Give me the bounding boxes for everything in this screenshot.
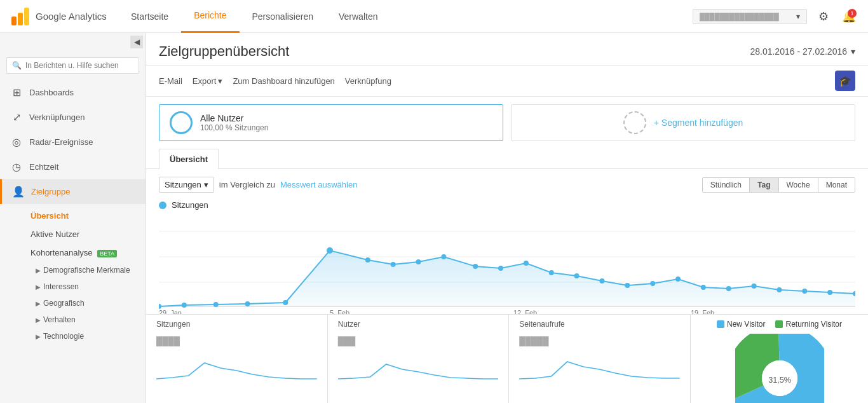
- add-segment-label: + Segment hinzufügen: [654, 118, 743, 128]
- sidebar-sub-verhalten[interactable]: ▶ Verhalten: [0, 311, 146, 328]
- email-button[interactable]: E-Mail: [159, 74, 182, 88]
- sidebar-sub-technologie[interactable]: ▶ Technologie: [0, 328, 146, 345]
- svg-point-18: [473, 264, 478, 269]
- svg-text:5. Feb.: 5. Feb.: [330, 309, 351, 314]
- legend-dot-sitzungen: [159, 202, 166, 209]
- search-icon: 🔍: [12, 61, 22, 70]
- date-range-chevron-icon: ▾: [851, 46, 855, 57]
- search-input[interactable]: [25, 61, 133, 70]
- sidebar-sub-section: Übersicht Aktive Nutzer Kohortenanalyse …: [0, 204, 146, 347]
- date-range-picker[interactable]: 28.01.2016 - 27.02.2016 ▾: [750, 46, 855, 57]
- stat-value-sitzungen: ████: [156, 331, 317, 348]
- sidebar-item-radar[interactable]: ◎ Radar-Ereignisse: [0, 130, 146, 154]
- svg-point-19: [498, 266, 503, 271]
- pie-chart-area: New Visitor Returning Visitor: [690, 315, 868, 403]
- sidebar-collapse-button[interactable]: ◀: [130, 36, 143, 48]
- new-visitor-label: New Visitor: [727, 320, 765, 329]
- verknuepfung-button[interactable]: Verknüpfung: [345, 74, 391, 88]
- arrow-icon: ▶: [36, 267, 41, 274]
- stat-label-nutzer: Nutzer: [338, 320, 499, 329]
- sidebar-sub-geografisch[interactable]: ▶ Geografisch: [0, 295, 146, 311]
- svg-point-14: [365, 257, 370, 263]
- arrow-icon: ▶: [36, 333, 41, 340]
- app-title: Google Analytics: [36, 11, 107, 22]
- pie-legend: New Visitor Returning Visitor: [717, 320, 842, 329]
- time-btn-woche[interactable]: Woche: [779, 178, 818, 192]
- stat-block-sitzungen: Sitzungen ████: [146, 315, 328, 403]
- beta-badge: BETA: [97, 250, 117, 257]
- svg-marker-7: [159, 250, 855, 306]
- stats-left: Sitzungen ████ Nutzer ███: [146, 315, 690, 403]
- stat-mini-svg-seitenaufrufe: [519, 350, 680, 382]
- zielgruppe-icon: 👤: [12, 186, 25, 198]
- stat-label-seitenaufrufe: Seitenaufrufe: [519, 320, 680, 329]
- export-button[interactable]: Export ▾: [193, 74, 223, 88]
- account-selector[interactable]: ████████████████ ▾: [693, 9, 807, 24]
- notifications-button[interactable]: 🔔 1: [840, 8, 858, 25]
- compare-text: im Vergleich zu: [219, 180, 275, 189]
- segment-alle-nutzer[interactable]: Alle Nutzer 100,00 % Sitzungen: [159, 104, 503, 141]
- nav-berichte[interactable]: Berichte: [181, 0, 239, 33]
- help-icon-button[interactable]: 🎓: [835, 71, 855, 91]
- stat-value-seitenaufrufe: █████: [519, 331, 680, 348]
- segment-circle-add: [623, 111, 646, 134]
- time-btn-tag[interactable]: Tag: [750, 178, 778, 192]
- segment-add[interactable]: + Segment hinzufügen: [511, 104, 855, 141]
- svg-point-16: [416, 259, 421, 264]
- dashboard-button[interactable]: Zum Dashboard hinzufügen: [233, 74, 334, 88]
- chart-legend: Sitzungen: [146, 198, 868, 212]
- stat-mini-svg-nutzer: [338, 350, 499, 382]
- svg-point-24: [625, 283, 630, 288]
- segments-area: Alle Nutzer 100,00 % Sitzungen + Segment…: [159, 104, 855, 141]
- sidebar-item-verknuepfungen[interactable]: ⤢ Verknüpfungen: [0, 105, 146, 130]
- page-title: Zielgruppenübersicht: [159, 43, 289, 60]
- sidebar-sub-uebersicht[interactable]: Übersicht: [0, 207, 146, 225]
- main-container: ◀ 🔍 ⊞ Dashboards ⤢ Verknüpfungen ◎ Radar…: [0, 33, 868, 403]
- content-toolbar: E-Mail Export ▾ Zum Dashboard hinzufügen…: [146, 65, 868, 97]
- svg-point-15: [391, 262, 396, 267]
- sidebar-item-echtzeit[interactable]: ◷ Echtzeit: [0, 154, 146, 179]
- svg-point-17: [441, 254, 446, 259]
- nav-personalisieren[interactable]: Personalisieren: [240, 0, 327, 33]
- svg-text:19. Feb.: 19. Feb.: [691, 309, 716, 314]
- sidebar-sub-demografische[interactable]: ▶ Demografische Merkmale: [0, 262, 146, 278]
- svg-point-28: [726, 286, 731, 291]
- settings-button[interactable]: ⚙: [815, 8, 832, 25]
- logo-area: Google Analytics: [10, 6, 118, 27]
- sidebar-item-dashboards[interactable]: ⊞ Dashboards: [0, 80, 146, 105]
- svg-point-27: [701, 285, 706, 290]
- sidebar-sub-aktive-nutzer[interactable]: Aktive Nutzer: [0, 225, 146, 243]
- ga-logo-icon: [10, 6, 31, 27]
- legend-label-sitzungen: Sitzungen: [172, 200, 208, 210]
- toolbar-right: 🎓: [835, 71, 855, 91]
- verknuepfungen-icon: ⤢: [10, 111, 23, 123]
- tab-bar: Übersicht: [146, 149, 868, 169]
- main-chart-area: 29. Jan. 5. Feb. 12. Feb. 19. Feb.: [146, 212, 868, 314]
- svg-rect-1: [18, 13, 23, 25]
- svg-point-23: [599, 278, 604, 283]
- content-header: Zielgruppenübersicht 28.01.2016 - 27.02.…: [146, 33, 868, 65]
- svg-point-11: [245, 301, 250, 306]
- chart-controls: Sitzungen ▾ im Vergleich zu Messwert aus…: [146, 169, 868, 198]
- tab-uebersicht[interactable]: Übersicht: [159, 149, 219, 169]
- time-btn-monat[interactable]: Monat: [818, 178, 855, 192]
- returning-visitor-label: Returning Visitor: [785, 320, 842, 329]
- content-area: Zielgruppenübersicht 28.01.2016 - 27.02.…: [146, 33, 868, 403]
- pie-legend-new-visitor: New Visitor: [717, 320, 765, 329]
- nav-verwalten[interactable]: Verwalten: [326, 0, 390, 33]
- new-visitor-dot: [717, 320, 724, 328]
- time-btn-stuendlich[interactable]: Stündlich: [703, 178, 750, 192]
- chevron-down-icon: ▾: [796, 12, 800, 21]
- compare-link[interactable]: Messwert auswählen: [280, 180, 357, 189]
- stat-mini-svg-sitzungen: [156, 350, 317, 382]
- segment-percent: 100,00 % Sitzungen: [200, 123, 268, 132]
- sidebar-sub-interessen[interactable]: ▶ Interessen: [0, 278, 146, 295]
- nav-startseite[interactable]: Startseite: [118, 0, 181, 33]
- sidebar-item-zielgruppe[interactable]: 👤 Zielgruppe: [0, 179, 146, 204]
- metric-dropdown[interactable]: Sitzungen ▾: [159, 177, 214, 193]
- pie-chart-svg: 31,5%: [735, 334, 824, 403]
- pie-legend-returning-visitor: Returning Visitor: [775, 320, 842, 329]
- svg-point-32: [827, 290, 832, 295]
- stats-with-pie: Sitzungen ████ Nutzer ███: [146, 314, 868, 403]
- sidebar-sub-kohortenanalyse[interactable]: Kohortenanalyse BETA: [0, 243, 146, 262]
